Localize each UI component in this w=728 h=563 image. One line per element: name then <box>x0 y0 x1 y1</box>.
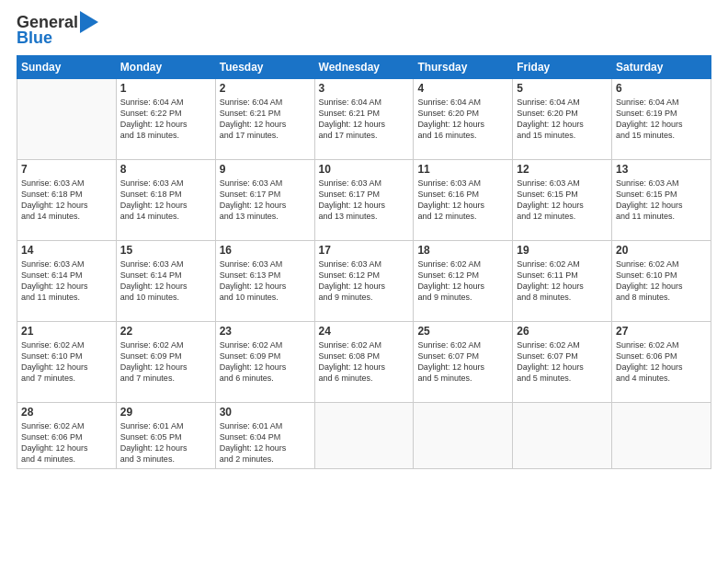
day-number: 20 <box>616 244 707 257</box>
day-number: 10 <box>319 163 410 176</box>
calendar-cell: 12Sunrise: 6:03 AM Sunset: 6:15 PM Dayli… <box>513 159 612 240</box>
day-info: Sunrise: 6:03 AM Sunset: 6:14 PM Dayligh… <box>21 259 112 304</box>
col-header-tuesday: Tuesday <box>215 55 314 78</box>
calendar-cell: 14Sunrise: 6:03 AM Sunset: 6:14 PM Dayli… <box>17 240 117 321</box>
day-number: 23 <box>220 325 311 338</box>
calendar-cell: 1Sunrise: 6:04 AM Sunset: 6:22 PM Daylig… <box>116 78 215 159</box>
day-info: Sunrise: 6:02 AM Sunset: 6:08 PM Dayligh… <box>319 339 410 385</box>
day-info: Sunrise: 6:04 AM Sunset: 6:19 PM Dayligh… <box>616 97 707 142</box>
day-number: 14 <box>21 244 112 257</box>
calendar-cell: 23Sunrise: 6:02 AM Sunset: 6:09 PM Dayli… <box>215 321 314 402</box>
day-number: 13 <box>616 163 707 176</box>
calendar-cell: 16Sunrise: 6:03 AM Sunset: 6:13 PM Dayli… <box>215 240 314 321</box>
calendar-cell <box>513 402 612 468</box>
day-info: Sunrise: 6:02 AM Sunset: 6:10 PM Dayligh… <box>616 259 707 304</box>
day-number: 7 <box>21 163 112 176</box>
day-number: 18 <box>417 244 508 257</box>
calendar-cell: 18Sunrise: 6:02 AM Sunset: 6:12 PM Dayli… <box>414 240 513 321</box>
day-info: Sunrise: 6:02 AM Sunset: 6:09 PM Dayligh… <box>220 339 311 385</box>
calendar-week-3: 14Sunrise: 6:03 AM Sunset: 6:14 PM Dayli… <box>17 240 711 321</box>
day-number: 29 <box>120 406 211 419</box>
day-number: 9 <box>220 163 311 176</box>
calendar-cell: 11Sunrise: 6:03 AM Sunset: 6:16 PM Dayli… <box>414 159 513 240</box>
calendar-cell: 10Sunrise: 6:03 AM Sunset: 6:17 PM Dayli… <box>314 159 414 240</box>
calendar-cell: 20Sunrise: 6:02 AM Sunset: 6:10 PM Dayli… <box>612 240 711 321</box>
day-number: 6 <box>616 82 707 95</box>
calendar-cell: 17Sunrise: 6:03 AM Sunset: 6:12 PM Dayli… <box>314 240 414 321</box>
calendar-cell: 8Sunrise: 6:03 AM Sunset: 6:18 PM Daylig… <box>116 159 215 240</box>
calendar-cell: 2Sunrise: 6:04 AM Sunset: 6:21 PM Daylig… <box>215 78 314 159</box>
calendar-week-4: 21Sunrise: 6:02 AM Sunset: 6:10 PM Dayli… <box>17 321 711 402</box>
calendar-cell: 28Sunrise: 6:02 AM Sunset: 6:06 PM Dayli… <box>17 402 117 468</box>
day-number: 4 <box>417 82 508 95</box>
day-number: 21 <box>21 325 112 338</box>
day-info: Sunrise: 6:03 AM Sunset: 6:18 PM Dayligh… <box>120 178 211 223</box>
day-number: 3 <box>319 82 410 95</box>
day-info: Sunrise: 6:02 AM Sunset: 6:07 PM Dayligh… <box>517 339 608 385</box>
calendar-cell: 25Sunrise: 6:02 AM Sunset: 6:07 PM Dayli… <box>414 321 513 402</box>
day-number: 17 <box>319 244 410 257</box>
col-header-thursday: Thursday <box>414 55 513 78</box>
logo-icon <box>80 11 98 33</box>
calendar-cell: 3Sunrise: 6:04 AM Sunset: 6:21 PM Daylig… <box>314 78 414 159</box>
calendar-cell: 4Sunrise: 6:04 AM Sunset: 6:20 PM Daylig… <box>414 78 513 159</box>
day-number: 5 <box>517 82 608 95</box>
day-number: 24 <box>319 325 410 338</box>
day-info: Sunrise: 6:02 AM Sunset: 6:12 PM Dayligh… <box>417 259 508 304</box>
calendar-cell: 9Sunrise: 6:03 AM Sunset: 6:17 PM Daylig… <box>215 159 314 240</box>
day-number: 16 <box>220 244 311 257</box>
day-number: 15 <box>120 244 211 257</box>
day-info: Sunrise: 6:04 AM Sunset: 6:22 PM Dayligh… <box>120 97 211 142</box>
day-info: Sunrise: 6:03 AM Sunset: 6:12 PM Dayligh… <box>319 259 410 304</box>
header: General Blue <box>17 13 711 48</box>
calendar-cell: 5Sunrise: 6:04 AM Sunset: 6:20 PM Daylig… <box>513 78 612 159</box>
calendar-cell: 30Sunrise: 6:01 AM Sunset: 6:04 PM Dayli… <box>215 402 314 468</box>
logo-text-blue: Blue <box>17 29 52 47</box>
day-info: Sunrise: 6:03 AM Sunset: 6:15 PM Dayligh… <box>517 178 608 223</box>
day-number: 25 <box>417 325 508 338</box>
calendar-cell: 22Sunrise: 6:02 AM Sunset: 6:09 PM Dayli… <box>116 321 215 402</box>
col-header-wednesday: Wednesday <box>314 55 414 78</box>
day-number: 11 <box>417 163 508 176</box>
day-number: 30 <box>220 406 311 419</box>
day-info: Sunrise: 6:04 AM Sunset: 6:21 PM Dayligh… <box>220 97 311 142</box>
day-number: 8 <box>120 163 211 176</box>
day-info: Sunrise: 6:03 AM Sunset: 6:18 PM Dayligh… <box>21 178 112 223</box>
day-info: Sunrise: 6:01 AM Sunset: 6:04 PM Dayligh… <box>220 420 311 465</box>
day-number: 28 <box>21 406 112 419</box>
day-number: 27 <box>616 325 707 338</box>
calendar-cell: 6Sunrise: 6:04 AM Sunset: 6:19 PM Daylig… <box>612 78 711 159</box>
calendar-cell <box>314 402 414 468</box>
calendar-week-1: 1Sunrise: 6:04 AM Sunset: 6:22 PM Daylig… <box>17 78 711 159</box>
logo: General Blue <box>17 13 98 48</box>
day-info: Sunrise: 6:02 AM Sunset: 6:07 PM Dayligh… <box>417 339 508 385</box>
calendar-cell: 26Sunrise: 6:02 AM Sunset: 6:07 PM Dayli… <box>513 321 612 402</box>
day-info: Sunrise: 6:02 AM Sunset: 6:11 PM Dayligh… <box>517 259 608 304</box>
day-number: 12 <box>517 163 608 176</box>
calendar-cell: 24Sunrise: 6:02 AM Sunset: 6:08 PM Dayli… <box>314 321 414 402</box>
calendar-cell: 7Sunrise: 6:03 AM Sunset: 6:18 PM Daylig… <box>17 159 117 240</box>
day-info: Sunrise: 6:03 AM Sunset: 6:14 PM Dayligh… <box>120 259 211 304</box>
col-header-friday: Friday <box>513 55 612 78</box>
calendar-table: SundayMondayTuesdayWednesdayThursdayFrid… <box>17 55 711 469</box>
calendar-cell <box>414 402 513 468</box>
day-info: Sunrise: 6:03 AM Sunset: 6:16 PM Dayligh… <box>417 178 508 223</box>
day-info: Sunrise: 6:03 AM Sunset: 6:13 PM Dayligh… <box>220 259 311 304</box>
calendar-cell: 19Sunrise: 6:02 AM Sunset: 6:11 PM Dayli… <box>513 240 612 321</box>
calendar-cell: 21Sunrise: 6:02 AM Sunset: 6:10 PM Dayli… <box>17 321 117 402</box>
col-header-sunday: Sunday <box>17 55 117 78</box>
day-number: 19 <box>517 244 608 257</box>
day-info: Sunrise: 6:04 AM Sunset: 6:20 PM Dayligh… <box>517 97 608 142</box>
day-info: Sunrise: 6:03 AM Sunset: 6:15 PM Dayligh… <box>616 178 707 223</box>
day-info: Sunrise: 6:02 AM Sunset: 6:10 PM Dayligh… <box>21 339 112 385</box>
calendar-cell: 15Sunrise: 6:03 AM Sunset: 6:14 PM Dayli… <box>116 240 215 321</box>
day-number: 1 <box>120 82 211 95</box>
day-number: 26 <box>517 325 608 338</box>
day-info: Sunrise: 6:04 AM Sunset: 6:21 PM Dayligh… <box>319 97 410 142</box>
calendar-cell <box>17 78 117 159</box>
day-info: Sunrise: 6:02 AM Sunset: 6:06 PM Dayligh… <box>21 420 112 465</box>
day-info: Sunrise: 6:04 AM Sunset: 6:20 PM Dayligh… <box>417 97 508 142</box>
day-info: Sunrise: 6:03 AM Sunset: 6:17 PM Dayligh… <box>319 178 410 223</box>
calendar-header-row: SundayMondayTuesdayWednesdayThursdayFrid… <box>17 55 711 78</box>
col-header-saturday: Saturday <box>612 55 711 78</box>
